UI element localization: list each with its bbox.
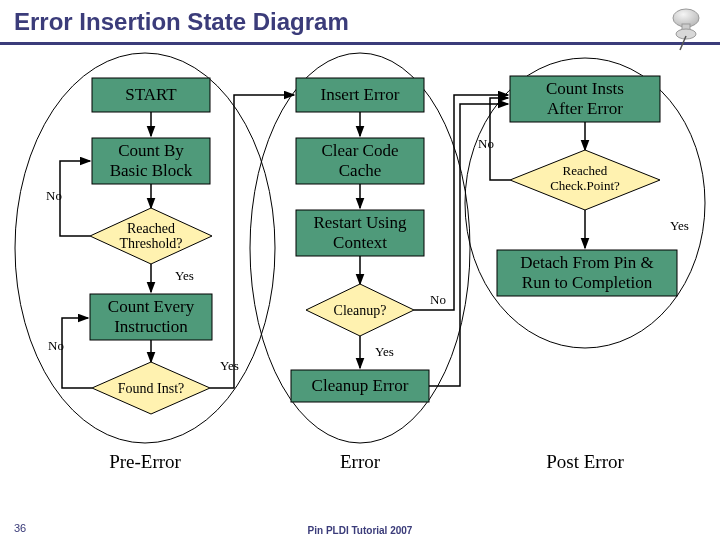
col-label-post-error: Post Error (546, 451, 624, 472)
node-cleanup-q-label: Cleanup? (334, 303, 387, 318)
node-clear-cache-l2: Cache (339, 161, 381, 180)
label-cleanup-yes: Yes (375, 344, 394, 359)
node-count-after-l2: After Error (547, 99, 623, 118)
label-found-no: No (48, 338, 64, 353)
node-detach-l2: Run to Completion (522, 273, 653, 292)
node-count-bb-l1: Count By (118, 141, 184, 160)
label-cp-yes: Yes (670, 218, 689, 233)
arrow-cleanup-no-to-count-after (414, 95, 508, 310)
arrow-thresh-no (60, 161, 90, 236)
node-count-every-l1: Count Every (108, 297, 195, 316)
page-title: Error Insertion State Diagram (0, 0, 720, 38)
label-thresh-yes: Yes (175, 268, 194, 283)
node-count-every-l2: Instruction (114, 317, 188, 336)
label-thresh-no: No (46, 188, 62, 203)
arrow-found-no (62, 318, 92, 388)
arrow-cleanuperr-to-count-after (429, 104, 508, 386)
node-reached-cp-l2: Check.Point? (550, 178, 620, 193)
pushpin-icon (662, 6, 706, 52)
label-cp-no: No (478, 136, 494, 151)
footer-text: Pin PLDI Tutorial 2007 (0, 525, 720, 536)
node-detach-l1: Detach From Pin & (520, 253, 654, 272)
node-clear-cache-l1: Clear Code (322, 141, 399, 160)
node-reached-threshold-l1: Reached (127, 221, 175, 236)
node-start-label: START (125, 85, 177, 104)
state-diagram: START Count By Basic Block Reached Thres… (0, 48, 720, 508)
title-divider (0, 42, 720, 45)
node-count-after-l1: Count Insts (546, 79, 624, 98)
label-found-yes: Yes (220, 358, 239, 373)
node-reached-threshold-l2: Threshold? (120, 236, 183, 251)
node-found-inst-label: Found Inst? (118, 381, 185, 396)
col-label-pre-error: Pre-Error (109, 451, 181, 472)
col-label-error: Error (340, 451, 381, 472)
node-cleanup-error-label: Cleanup Error (312, 376, 409, 395)
node-restart-l1: Restart Using (313, 213, 407, 232)
label-cleanup-no: No (430, 292, 446, 307)
node-restart-l2: Context (333, 233, 387, 252)
node-count-bb-l2: Basic Block (110, 161, 193, 180)
arrow-found-yes-to-insert (210, 95, 294, 388)
node-reached-cp-l1: Reached (563, 163, 608, 178)
node-insert-error-label: Insert Error (321, 85, 400, 104)
